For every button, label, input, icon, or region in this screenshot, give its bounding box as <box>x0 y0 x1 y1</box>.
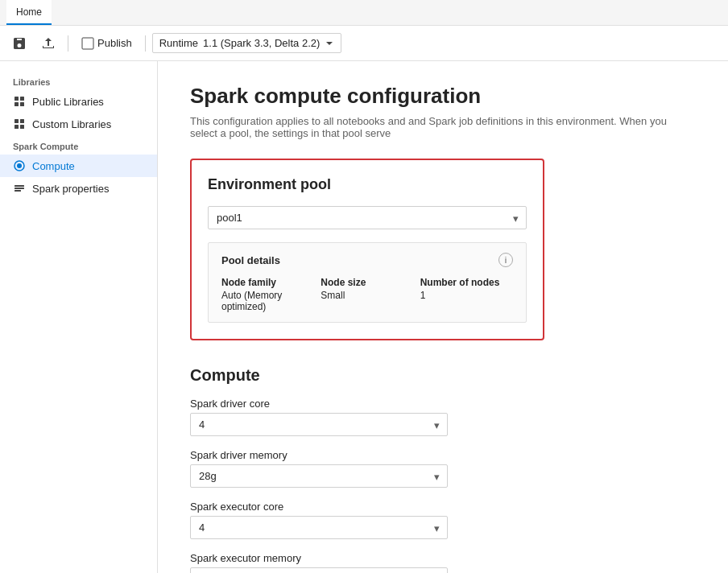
node-size-col: Node size Small <box>321 277 413 312</box>
driver-core-group: Spark driver core 4 ▾ <box>190 398 448 436</box>
num-nodes-col: Number of nodes 1 <box>420 277 513 312</box>
env-pool-card: Environment pool pool1 ▾ Pool details i … <box>190 159 544 340</box>
svg-rect-1 <box>14 97 19 101</box>
svg-rect-6 <box>20 119 24 123</box>
node-family-col: Node family Auto (Memory optimized) <box>221 277 314 312</box>
node-family-label: Node family <box>221 277 314 288</box>
svg-rect-13 <box>14 190 21 192</box>
page-description: This configuration applies to all notebo… <box>190 115 696 139</box>
info-icon[interactable]: i <box>498 253 513 267</box>
chevron-down-icon <box>325 39 334 48</box>
svg-point-10 <box>17 163 22 168</box>
export-button[interactable] <box>35 34 61 53</box>
toolbar-divider-2 <box>145 35 146 52</box>
pool-details-grid: Node family Auto (Memory optimized) Node… <box>221 277 513 312</box>
node-size-value: Small <box>321 290 413 301</box>
app-layout: Libraries Public Libraries <box>0 61 728 573</box>
compute-icon <box>13 159 26 172</box>
sidebar-item-public-libraries[interactable]: Public Libraries <box>0 90 157 113</box>
sidebar-item-custom-libraries[interactable]: Custom Libraries <box>0 113 157 135</box>
executor-core-label: Spark executor core <box>190 501 448 513</box>
driver-core-select[interactable]: 4 <box>190 413 448 436</box>
spark-compute-section-label: Spark Compute <box>0 135 157 155</box>
runtime-version: 1.1 (Spark 3.3, Delta 2.2) <box>203 37 320 49</box>
node-family-value: Auto (Memory optimized) <box>221 290 314 312</box>
custom-libraries-label: Custom Libraries <box>32 118 111 130</box>
svg-rect-4 <box>20 102 24 106</box>
executor-core-wrapper: 4 ▾ <box>190 516 448 539</box>
tab-bar: Home <box>0 0 728 26</box>
svg-rect-0 <box>82 38 93 49</box>
svg-rect-5 <box>14 119 19 123</box>
save-button[interactable] <box>6 34 32 53</box>
num-nodes-value: 1 <box>420 290 513 301</box>
libraries-section-label: Libraries <box>0 71 157 90</box>
pool-select[interactable]: pool1 <box>208 206 527 229</box>
compute-label: Compute <box>32 160 75 172</box>
runtime-label: Runtime <box>159 37 198 49</box>
executor-memory-select[interactable]: 28g <box>190 567 448 573</box>
svg-rect-2 <box>20 97 24 101</box>
sidebar-item-compute[interactable]: Compute <box>0 155 157 177</box>
main-content: Spark compute configuration This configu… <box>158 61 728 573</box>
env-pool-title: Environment pool <box>208 176 527 193</box>
driver-core-wrapper: 4 ▾ <box>190 413 448 436</box>
svg-rect-7 <box>14 125 19 129</box>
svg-rect-12 <box>14 188 24 189</box>
num-nodes-label: Number of nodes <box>420 277 513 288</box>
publish-label: Publish <box>97 37 132 49</box>
sidebar-item-spark-properties[interactable]: Spark properties <box>0 177 157 200</box>
svg-rect-8 <box>20 125 24 129</box>
compute-section: Compute Spark driver core 4 ▾ Spark driv… <box>190 366 696 573</box>
public-libraries-icon <box>13 95 26 108</box>
toolbar-divider <box>68 35 68 52</box>
pool-details-label: Pool details <box>221 254 280 266</box>
executor-memory-group: Spark executor memory 28g ▾ <box>190 552 448 573</box>
executor-core-select[interactable]: 4 <box>190 516 448 539</box>
pool-select-wrapper: pool1 ▾ <box>208 206 527 229</box>
tab-home[interactable]: Home <box>6 0 52 25</box>
runtime-selector[interactable]: Runtime 1.1 (Spark 3.3, Delta 2.2) <box>152 33 342 53</box>
pool-details-header: Pool details i <box>221 253 513 267</box>
page-title: Spark compute configuration <box>190 84 696 109</box>
executor-core-group: Spark executor core 4 ▾ <box>190 501 448 539</box>
tab-home-label: Home <box>16 6 42 18</box>
sidebar: Libraries Public Libraries <box>0 61 158 573</box>
export-icon <box>42 37 55 50</box>
custom-libraries-icon <box>13 117 26 130</box>
driver-core-label: Spark driver core <box>190 398 448 410</box>
svg-rect-3 <box>14 102 19 106</box>
public-libraries-label: Public Libraries <box>32 96 104 108</box>
pool-details-box: Pool details i Node family Auto (Memory … <box>208 242 527 323</box>
driver-memory-select[interactable]: 28g <box>190 464 448 488</box>
publish-icon <box>81 37 94 50</box>
driver-memory-group: Spark driver memory 28g ▾ <box>190 449 448 488</box>
driver-memory-wrapper: 28g ▾ <box>190 464 448 488</box>
spark-properties-label: Spark properties <box>32 183 109 195</box>
spark-properties-icon <box>13 182 26 195</box>
svg-rect-11 <box>14 185 24 187</box>
publish-button[interactable]: Publish <box>75 34 139 53</box>
save-icon <box>13 37 26 50</box>
node-size-label: Node size <box>321 277 413 288</box>
executor-memory-label: Spark executor memory <box>190 552 448 564</box>
executor-memory-wrapper: 28g ▾ <box>190 567 448 573</box>
compute-title: Compute <box>190 366 696 385</box>
driver-memory-label: Spark driver memory <box>190 449 448 461</box>
toolbar: Publish Runtime 1.1 (Spark 3.3, Delta 2.… <box>0 26 728 61</box>
